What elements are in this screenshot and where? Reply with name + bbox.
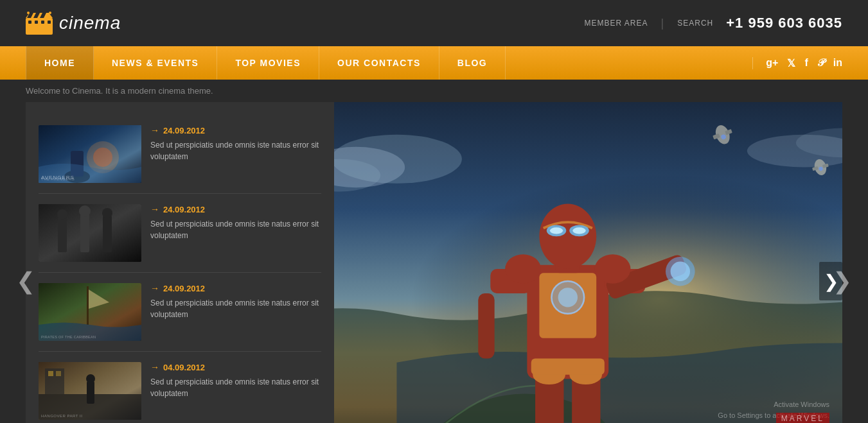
marvel-label: MARVEL <box>776 413 829 423</box>
svg-rect-32 <box>56 371 61 376</box>
svg-rect-3 <box>41 21 44 24</box>
thumb-img-3: PIRATES OF THE CARIBBEAN <box>39 283 141 341</box>
svg-rect-33 <box>87 381 94 404</box>
news-thumb-2[interactable] <box>39 204 141 262</box>
arrow-icon-2: → <box>150 204 159 214</box>
social-linkedin-icon[interactable]: in <box>833 57 842 69</box>
search-link[interactable]: SEARCH <box>677 19 713 28</box>
svg-text:PIRATES OF THE CARIBBEAN: PIRATES OF THE CARIBBEAN <box>41 335 96 339</box>
thumb-img-4: HANGOVER PART II <box>39 362 141 420</box>
left-panel: THE AVENGERS → 24.09.2012 Sed ut perspic… <box>26 102 334 423</box>
news-item-4: HANGOVER PART II → 04.09.2012 Sed ut per… <box>39 352 321 423</box>
subtext: Welcome to Cinema. It is a modern cinema… <box>0 80 868 102</box>
news-thumb-1[interactable]: THE AVENGERS <box>39 125 141 183</box>
svg-point-9 <box>27 12 30 14</box>
news-date-2[interactable]: → 24.09.2012 <box>150 204 321 214</box>
svg-point-87 <box>595 254 631 284</box>
thumb-img-2 <box>39 204 141 262</box>
movie-title: MARVEL IRON MAN 3 <box>696 412 829 423</box>
svg-rect-25 <box>87 286 89 325</box>
news-content-1: → 24.09.2012 Sed ut perspiciatis unde om… <box>150 125 321 162</box>
svg-point-84 <box>550 227 563 234</box>
svg-point-78 <box>671 262 690 281</box>
nav-item-home[interactable]: HOME <box>26 46 94 80</box>
main-content: THE AVENGERS → 24.09.2012 Sed ut perspic… <box>26 102 842 423</box>
social-google-plus-icon[interactable]: g+ <box>766 57 778 69</box>
svg-point-19 <box>57 209 67 220</box>
news-date-1[interactable]: → 24.09.2012 <box>150 125 321 135</box>
header: cinema MEMBER AREA | SEARCH +1 959 603 6… <box>0 0 868 46</box>
svg-rect-30 <box>45 368 64 394</box>
svg-rect-79 <box>478 293 494 358</box>
svg-rect-1 <box>28 21 31 24</box>
poster-bg-svg <box>334 102 842 423</box>
thumb-img-1: THE AVENGERS <box>39 125 141 183</box>
social-pinterest-icon[interactable]: 𝒫 <box>817 57 824 69</box>
header-right: MEMBER AREA | SEARCH +1 959 603 6035 <box>584 15 842 31</box>
news-thumb-3[interactable]: PIRATES OF THE CARIBBEAN <box>39 283 141 341</box>
social-twitter-icon[interactable]: 𝕏 <box>787 57 795 69</box>
news-content-2: → 24.09.2012 Sed ut perspiciatis unde om… <box>150 204 321 241</box>
cinema-logo-icon <box>26 12 53 35</box>
nav-social: g+ 𝕏 f 𝒫 in <box>752 57 842 69</box>
movie-poster-panel: Activate Windows Go to Settings to activ… <box>334 102 842 423</box>
phone-number: +1 959 603 6035 <box>726 15 842 31</box>
nav-item-movies[interactable]: TOP MOVIES <box>217 46 319 80</box>
svg-point-21 <box>79 205 91 217</box>
main-wrapper: ❮ <box>0 102 868 423</box>
svg-point-86 <box>505 254 541 284</box>
arrow-icon-1: → <box>150 125 159 135</box>
svg-point-34 <box>86 374 95 383</box>
nav-item-contacts[interactable]: OUR CONTACTS <box>319 46 439 80</box>
news-text-1: Sed ut perspiciatis unde omnis iste natu… <box>150 139 321 162</box>
news-text-3: Sed ut perspiciatis unde omnis iste natu… <box>150 297 321 320</box>
svg-rect-4 <box>48 21 51 24</box>
news-date-3[interactable]: → 24.09.2012 <box>150 283 321 293</box>
svg-point-81 <box>539 204 596 269</box>
svg-rect-90 <box>531 358 605 374</box>
news-thumb-4[interactable]: HANGOVER PART II <box>39 362 141 420</box>
news-content-4: → 04.09.2012 Sed ut perspiciatis unde om… <box>150 362 321 399</box>
svg-rect-18 <box>58 217 67 252</box>
news-item-3: PIRATES OF THE CARIBBEAN → 24.09.2012 Se… <box>39 273 321 352</box>
news-content-3: → 24.09.2012 Sed ut perspiciatis unde om… <box>150 283 321 320</box>
svg-rect-22 <box>103 216 112 252</box>
svg-point-10 <box>49 12 51 14</box>
nav-item-blog[interactable]: BLOG <box>439 46 506 80</box>
nav-item-news[interactable]: NEWS & EVENTS <box>94 46 217 80</box>
news-item-1: THE AVENGERS → 24.09.2012 Sed ut perspic… <box>39 115 321 194</box>
header-divider-1: | <box>661 17 665 30</box>
news-date-4[interactable]: → 04.09.2012 <box>150 362 321 372</box>
member-area-link[interactable]: MEMBER AREA <box>584 19 648 28</box>
slider-next-outer[interactable]: ❯ <box>833 268 852 295</box>
news-item-2: → 24.09.2012 Sed ut perspiciatis unde om… <box>39 194 321 273</box>
svg-text:HANGOVER PART II: HANGOVER PART II <box>41 414 82 418</box>
subtext-content: Welcome to Cinema. It is a modern cinema… <box>26 86 213 96</box>
svg-rect-20 <box>80 214 89 252</box>
svg-point-85 <box>572 227 585 234</box>
nav-bar: HOME NEWS & EVENTS TOP MOVIES OUR CONTAC… <box>0 46 868 80</box>
slider-prev-outer[interactable]: ❮ <box>16 268 35 295</box>
logo-text: cinema <box>59 13 121 33</box>
arrow-icon-4: → <box>150 362 159 372</box>
svg-point-23 <box>102 208 112 218</box>
svg-text:THE AVENGERS: THE AVENGERS <box>41 177 75 181</box>
watermark-line1: Activate Windows <box>718 399 829 411</box>
svg-point-15 <box>93 148 112 167</box>
arrow-icon-3: → <box>150 283 159 293</box>
svg-rect-2 <box>35 21 38 24</box>
news-text-4: Sed ut perspiciatis unde omnis iste natu… <box>150 376 321 399</box>
svg-rect-31 <box>48 371 53 376</box>
social-facebook-icon[interactable]: f <box>804 57 808 69</box>
svg-point-73 <box>558 288 578 307</box>
news-text-2: Sed ut perspiciatis unde omnis iste natu… <box>150 218 321 241</box>
svg-rect-0 <box>26 18 53 35</box>
logo[interactable]: cinema <box>26 12 121 35</box>
nav-items: HOME NEWS & EVENTS TOP MOVIES OUR CONTAC… <box>26 46 752 80</box>
